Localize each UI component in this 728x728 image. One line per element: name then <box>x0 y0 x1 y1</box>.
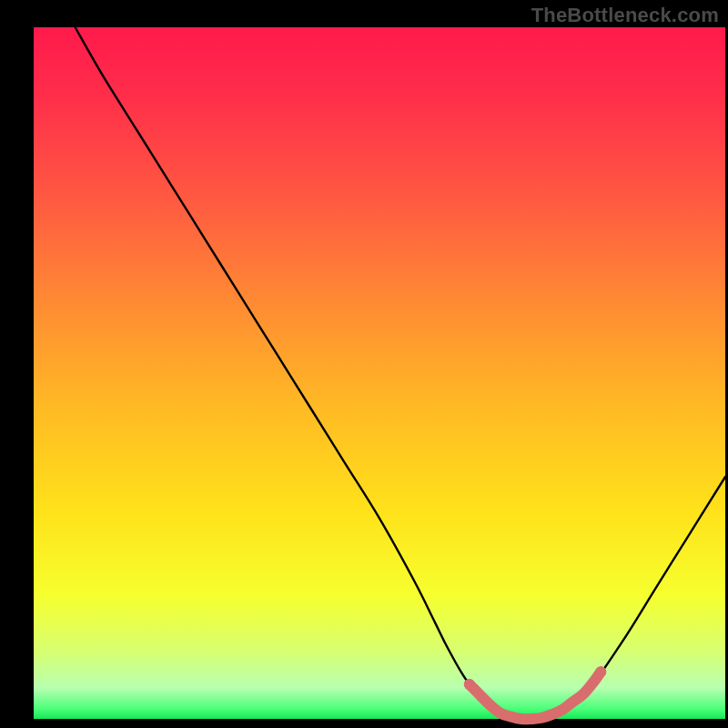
chart-frame: TheBottleneck.com <box>0 0 728 728</box>
optimal-range-start-dot <box>464 679 475 690</box>
bottleneck-chart <box>0 0 728 728</box>
optimal-range-end-dot <box>595 666 606 677</box>
